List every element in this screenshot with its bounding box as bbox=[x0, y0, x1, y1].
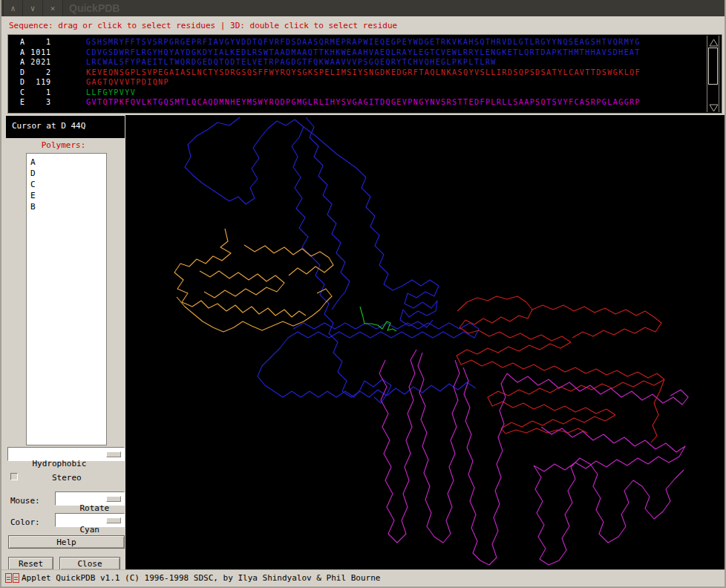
sequence-row[interactable]: D119GAGTQVVVTPDIQNP bbox=[8, 77, 704, 88]
sequence-row[interactable]: D2KEVEQNSGPLSVPEGAIASLNCTYSDRGSQSFFWYRQY… bbox=[8, 68, 704, 78]
sequence-panel[interactable]: A1GSHSMRYFFTSVSRPGRGEPRFIAVGYVDDTQFVRFDS… bbox=[7, 34, 722, 114]
chain-trace-A-blue[interactable] bbox=[292, 127, 311, 256]
sequence-row[interactable]: A1011CDVGSDWRFLRGYHQYAYDGKDYIALKEDLRSWTA… bbox=[8, 48, 704, 58]
chain-trace-E-magenta[interactable] bbox=[379, 350, 416, 543]
chain-trace-A-blue[interactable] bbox=[288, 323, 479, 338]
sequence-row[interactable]: A1GSHSMRYFFTSVSRPGRGEPRFIAVGYVDDTQFVRFDS… bbox=[8, 37, 704, 48]
chain-trace-A-blue[interactable] bbox=[258, 338, 391, 403]
instruction-text: Sequence: drag or click to select residu… bbox=[9, 21, 397, 30]
sequence-rows: A1GSHSMRYFFTSVSRPGRGEPRFIAVGYVDDTQFVRFDS… bbox=[8, 37, 704, 108]
chain-trace-E-magenta[interactable] bbox=[534, 458, 684, 565]
polymer-item-A[interactable]: A bbox=[27, 157, 106, 168]
color-label: Color: bbox=[10, 517, 40, 527]
reset-button[interactable]: Reset bbox=[8, 557, 53, 570]
chain-trace-D-red[interactable] bbox=[532, 305, 661, 338]
polymer-item-D[interactable]: D bbox=[27, 168, 106, 179]
status-text: Applet QuickPDB v1.1 (C) 1996-1998 SDSC,… bbox=[22, 573, 380, 583]
residue-sequence[interactable]: GAGTQVVVTPDIQNP bbox=[86, 77, 169, 88]
render-mode-value: Hydrophobic bbox=[33, 459, 87, 468]
status-bar: Applet QuickPDB v1.1 (C) 1996-1998 SDSC,… bbox=[1, 569, 725, 587]
applet-icon bbox=[5, 573, 20, 583]
chain-trace-E-magenta[interactable] bbox=[463, 368, 507, 565]
residue-sequence[interactable]: LRCWALSFYPAEITLTWQRDGEDQTQDTELVETRPAGDGT… bbox=[86, 57, 497, 68]
window-close-button[interactable]: × bbox=[43, 0, 63, 16]
residue-sequence[interactable]: KEVEQNSGPLSVPEGAIASLNCTYSDRGSQSFFWYRQYSG… bbox=[86, 68, 641, 78]
residue-sequence[interactable]: GSHSMRYFFTSVSRPGRGEPRFIAVGYVDDTQFVRFDSDA… bbox=[86, 37, 641, 48]
sequence-scrollbar[interactable] bbox=[707, 36, 719, 112]
chain-id: C bbox=[20, 88, 29, 98]
chain-id: E bbox=[20, 97, 29, 108]
residue-sequence[interactable]: LLFGYPVYV bbox=[86, 88, 136, 98]
scroll-up-icon bbox=[708, 38, 719, 48]
residue-start-number: 1011 bbox=[29, 48, 51, 58]
residue-sequence[interactable]: CDVGSDWRFLRGYHQYAYDGKDYIALKEDLRSWTAADMAA… bbox=[86, 48, 641, 58]
window-shade-button[interactable]: ∧ bbox=[3, 0, 23, 16]
close-button[interactable]: Close bbox=[59, 557, 120, 570]
title-bar: ∧ ∨ × QuickPDB bbox=[0, 0, 726, 16]
chain-trace-A-blue[interactable] bbox=[384, 280, 439, 327]
quickpdb-window: ∧ ∨ × QuickPDB Sequence: drag or click t… bbox=[0, 0, 726, 588]
polymer-item-E[interactable]: E bbox=[27, 190, 106, 201]
render-mode-select[interactable]: Hydrophobic bbox=[7, 447, 125, 461]
scroll-down-icon bbox=[708, 103, 719, 113]
residue-sequence[interactable]: GVTQTPKFQVLKTGQSMTLQCAQDMNHEYMSWYRQDPGMG… bbox=[86, 97, 641, 108]
residue-start-number: 2 bbox=[29, 68, 51, 78]
polymer-item-C[interactable]: C bbox=[27, 179, 106, 190]
mouse-label: Mouse: bbox=[10, 496, 40, 506]
structure-svg bbox=[125, 115, 725, 570]
residue-start-number: 1 bbox=[29, 88, 51, 98]
sequence-row[interactable]: C1LLFGYPVYV bbox=[8, 88, 704, 98]
chevron-up-icon: ∧ bbox=[10, 4, 16, 13]
scrollbar-thumb[interactable] bbox=[708, 48, 718, 85]
cursor-status: Cursor at D 44Q bbox=[6, 116, 125, 138]
chain-trace-E-magenta[interactable] bbox=[418, 353, 460, 543]
chain-trace-D-red[interactable] bbox=[488, 379, 664, 415]
chain-trace-E-magenta[interactable] bbox=[534, 427, 685, 471]
chain-trace-D-red[interactable] bbox=[457, 296, 571, 342]
chain-id: A bbox=[20, 37, 29, 48]
residue-start-number: 1 bbox=[29, 37, 51, 48]
polymer-item-B[interactable]: B bbox=[27, 201, 106, 212]
polymers-listbox[interactable]: ADCEB bbox=[26, 153, 107, 445]
stereo-checkbox[interactable] bbox=[10, 473, 18, 480]
chevron-down-icon: ∨ bbox=[30, 4, 36, 13]
color-mode-value: Cyan bbox=[80, 525, 100, 535]
chain-trace-B-orange[interactable] bbox=[174, 229, 306, 317]
polymers-label: Polymers: bbox=[1, 140, 125, 150]
color-mode-select[interactable]: Cyan bbox=[55, 513, 125, 527]
stereo-label: Stereo bbox=[52, 473, 82, 483]
sequence-row[interactable]: A2021LRCWALSFYPAEITLTWQRDGEDQTQDTELVETRP… bbox=[8, 57, 704, 68]
structure-viewport[interactable] bbox=[125, 115, 725, 570]
chain-id: A bbox=[20, 48, 29, 58]
sequence-row[interactable]: E3GVTQTPKFQVLKTGQSMTLQCAQDMNHEYMSWYRQDPG… bbox=[8, 97, 704, 108]
chain-id: D bbox=[20, 77, 29, 88]
residue-start-number: 2021 bbox=[29, 57, 51, 68]
chain-trace-D-red[interactable] bbox=[457, 342, 664, 379]
close-icon: × bbox=[50, 4, 56, 13]
chain-trace-D-red[interactable] bbox=[651, 379, 664, 442]
residue-start-number: 119 bbox=[29, 77, 51, 88]
scroll-down-button[interactable] bbox=[708, 102, 718, 111]
window-unshade-button[interactable]: ∨ bbox=[23, 0, 43, 16]
dropdown-button-icon bbox=[106, 517, 121, 523]
residue-start-number: 3 bbox=[29, 97, 51, 108]
chain-trace-A-blue[interactable] bbox=[185, 117, 304, 204]
dropdown-button-icon bbox=[106, 451, 121, 457]
mouse-mode-select[interactable]: Rotate bbox=[55, 491, 125, 506]
scroll-up-button[interactable] bbox=[708, 36, 718, 46]
window-title: QuickPDB bbox=[69, 2, 120, 14]
chain-trace-B-orange[interactable] bbox=[200, 271, 284, 298]
chain-id: A bbox=[20, 57, 29, 68]
mouse-mode-value: Rotate bbox=[80, 503, 110, 513]
chain-trace-B-orange[interactable] bbox=[244, 245, 333, 275]
help-button[interactable]: Help bbox=[8, 535, 125, 549]
dropdown-button-icon bbox=[106, 496, 121, 502]
chain-id: D bbox=[20, 68, 29, 78]
